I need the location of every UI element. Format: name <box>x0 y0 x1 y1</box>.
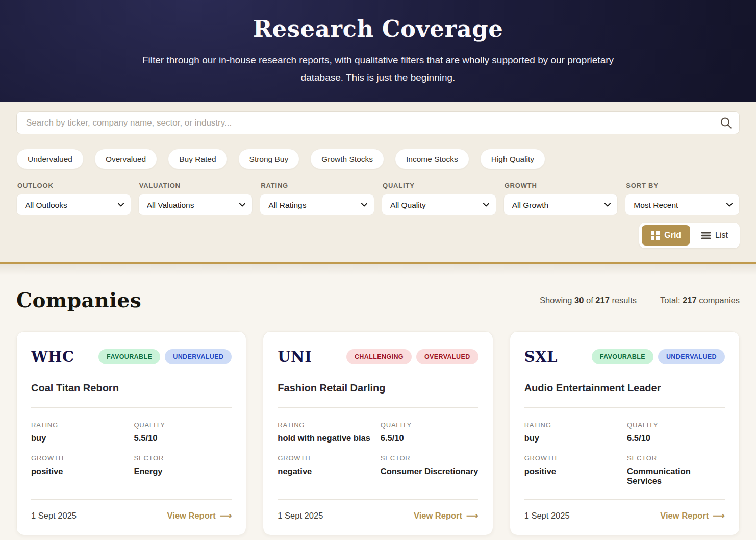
showing-count: 30 <box>574 296 584 305</box>
rating-label: RATING <box>261 182 374 189</box>
valuation-badge: UNDERVALUED <box>658 349 725 364</box>
report-date: 1 Sept 2025 <box>278 511 323 521</box>
rating-select[interactable]: All Ratings <box>260 194 374 215</box>
arrow-right-icon: ⟶ <box>713 511 725 521</box>
quality-select[interactable]: All Quality <box>382 194 496 215</box>
dropdown-filters: OUTLOOK All Outlooks VALUATION All Valua… <box>16 182 740 215</box>
company-card: WHC FAVOURABLE UNDERVALUED Coal Titan Re… <box>16 331 246 535</box>
company-card: UNI CHALLENGING OVERVALUED Fashion Retai… <box>263 331 493 535</box>
filter-pill-buy-rated[interactable]: Buy Rated <box>168 149 227 169</box>
badges: FAVOURABLE UNDERVALUED <box>592 349 725 364</box>
sort-by-select[interactable]: Most Recent <box>625 194 740 215</box>
search-icon[interactable] <box>719 116 733 130</box>
company-card: SXL FAVOURABLE UNDERVALUED Audio Enterta… <box>510 331 740 535</box>
report-title: Coal Titan Reborn <box>31 382 232 394</box>
page-subtitle: Filter through our in-house research rep… <box>128 52 628 86</box>
filter-pill-high-quality[interactable]: High Quality <box>480 149 545 169</box>
page-header: Research Coverage Filter through our in-… <box>0 0 756 102</box>
outlook-label: OUTLOOK <box>17 182 131 189</box>
valuation-badge: OVERVALUED <box>416 349 478 364</box>
sector-field: SECTOR Consumer Discretionary <box>381 454 478 476</box>
badges: CHALLENGING OVERVALUED <box>346 349 478 364</box>
company-ticker: UNI <box>278 348 312 365</box>
filter-pill-growth-stocks[interactable]: Growth Stocks <box>310 149 384 169</box>
showing-results: Showing 30 of 217 results <box>540 296 637 305</box>
view-report-link[interactable]: View Report ⟶ <box>660 511 725 521</box>
filter-pill-income-stocks[interactable]: Income Stocks <box>395 149 469 169</box>
sort-by-label: SORT BY <box>626 182 740 189</box>
grid-icon <box>651 231 660 240</box>
page-title: Research Coverage <box>0 15 756 42</box>
search-bar <box>16 111 740 134</box>
quality-field: QUALITY 6.5/10 <box>627 421 725 443</box>
quality-label: QUALITY <box>383 182 496 189</box>
filter-group-rating: RATING All Ratings <box>260 182 374 215</box>
valuation-label: VALUATION <box>139 182 253 189</box>
section-title: Companies <box>16 288 141 312</box>
grid-view-label: Grid <box>664 231 681 240</box>
growth-select[interactable]: All Growth <box>503 194 618 215</box>
results-info: Showing 30 of 217 results Total: 217 com… <box>540 296 740 305</box>
card-fields: RATING buy QUALITY 5.5/10 GROWTH positiv… <box>31 421 232 476</box>
total-count: 217 <box>683 296 697 305</box>
view-report-link[interactable]: View Report ⟶ <box>414 511 478 521</box>
filter-group-growth: GROWTH All Growth <box>503 182 618 215</box>
view-report-link[interactable]: View Report ⟶ <box>167 511 232 521</box>
company-ticker: WHC <box>31 348 74 365</box>
outlook-badge: FAVOURABLE <box>592 349 653 364</box>
rating-field: RATING buy <box>524 421 627 443</box>
report-date: 1 Sept 2025 <box>31 511 77 521</box>
companies-header: Companies Showing 30 of 217 results Tota… <box>16 264 740 312</box>
view-toggle: Grid List <box>639 223 740 248</box>
filter-pill-overvalued[interactable]: Overvalued <box>94 149 157 169</box>
arrow-right-icon: ⟶ <box>220 511 232 521</box>
company-ticker: SXL <box>524 348 558 365</box>
outlook-badge: FAVOURABLE <box>98 349 160 364</box>
sector-field: SECTOR Communication Services <box>627 454 725 486</box>
total-companies: Total: 217 companies <box>660 296 740 305</box>
growth-field: GROWTH negative <box>278 454 380 476</box>
filter-group-sort-by: SORT BY Most Recent <box>625 182 740 215</box>
rating-field: RATING buy <box>31 421 134 443</box>
filter-group-outlook: OUTLOOK All Outlooks <box>16 182 131 215</box>
growth-field: GROWTH positive <box>31 454 134 476</box>
list-icon <box>701 232 711 239</box>
company-cards-grid: WHC FAVOURABLE UNDERVALUED Coal Titan Re… <box>16 331 740 535</box>
filter-section: Undervalued Overvalued Buy Rated Strong … <box>0 111 756 248</box>
list-view-button[interactable]: List <box>692 225 737 246</box>
grid-view-button[interactable]: Grid <box>642 225 690 246</box>
companies-section: Companies Showing 30 of 217 results Tota… <box>0 264 756 540</box>
outlook-badge: CHALLENGING <box>346 349 412 364</box>
filter-group-quality: QUALITY All Quality <box>382 182 496 215</box>
filter-group-valuation: VALUATION All Valuations <box>138 182 253 215</box>
outlook-select[interactable]: All Outlooks <box>16 194 131 215</box>
quality-field: QUALITY 5.5/10 <box>134 421 232 443</box>
sector-field: SECTOR Energy <box>134 454 232 476</box>
growth-label: GROWTH <box>505 182 618 189</box>
card-fields: RATING hold with negative bias QUALITY 6… <box>278 421 478 476</box>
valuation-badge: UNDERVALUED <box>165 349 232 364</box>
badges: FAVOURABLE UNDERVALUED <box>98 349 232 364</box>
results-total: 217 <box>595 296 610 305</box>
growth-field: GROWTH positive <box>524 454 627 486</box>
list-view-label: List <box>715 231 728 240</box>
filter-pill-strong-buy[interactable]: Strong Buy <box>238 149 300 169</box>
rating-field: RATING hold with negative bias <box>278 421 380 443</box>
quality-field: QUALITY 6.5/10 <box>381 421 478 443</box>
filter-pill-undervalued[interactable]: Undervalued <box>16 149 84 169</box>
arrow-right-icon: ⟶ <box>466 511 478 521</box>
search-input[interactable] <box>16 111 740 134</box>
valuation-select[interactable]: All Valuations <box>138 194 253 215</box>
card-fields: RATING buy QUALITY 6.5/10 GROWTH positiv… <box>524 421 725 486</box>
view-toggle-row: Grid List <box>16 223 740 248</box>
report-title: Audio Entertainment Leader <box>524 382 725 394</box>
quick-filter-pills: Undervalued Overvalued Buy Rated Strong … <box>16 149 740 169</box>
report-date: 1 Sept 2025 <box>524 511 570 521</box>
report-title: Fashion Retail Darling <box>278 382 478 394</box>
